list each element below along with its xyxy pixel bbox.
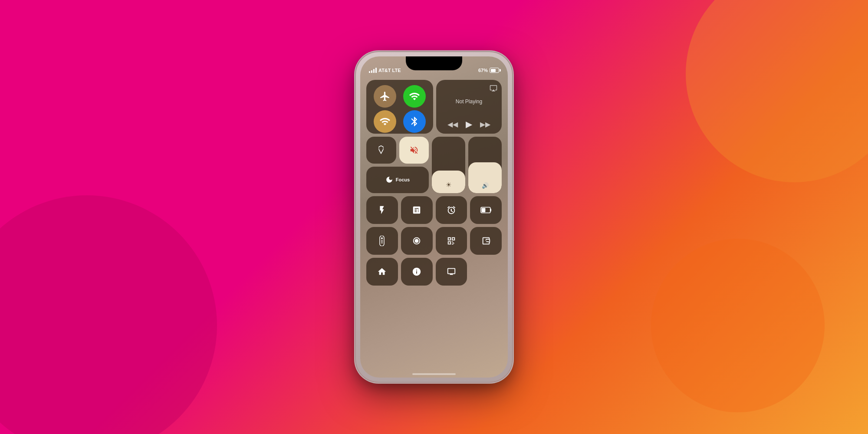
calculator-button[interactable] <box>401 196 433 224</box>
phone-frame: AT&T LTE 67% <box>356 52 512 382</box>
bg-blob-right <box>686 0 868 182</box>
home-icon <box>377 267 387 276</box>
svg-rect-7 <box>381 243 383 243</box>
signal-bar-2 <box>371 70 372 73</box>
battery-icon <box>490 68 499 73</box>
phone-screen: AT&T LTE 67% <box>360 56 508 378</box>
orientation-lock-button[interactable] <box>366 137 396 164</box>
empty-cell <box>470 258 502 286</box>
now-playing-block: Not Playing ◀◀ ▶ ▶▶ <box>436 80 502 134</box>
row-toggles-sliders: Focus ☀ 🔊 <box>366 137 502 193</box>
cellular-data-button[interactable] <box>403 85 426 108</box>
carrier-info: AT&T LTE <box>369 68 401 73</box>
battery-area: 67% <box>478 68 499 73</box>
carrier-text: AT&T LTE <box>378 68 401 73</box>
flashlight-button[interactable] <box>366 196 398 224</box>
next-button[interactable]: ▶▶ <box>480 120 490 128</box>
svg-rect-6 <box>381 241 383 242</box>
home-indicator <box>412 373 456 375</box>
airplane-icon <box>379 91 391 102</box>
notch <box>406 56 462 70</box>
battery-percent: 67% <box>478 68 488 73</box>
flashlight-icon <box>377 205 387 215</box>
signal-bar-1 <box>369 71 370 73</box>
left-stack: Focus <box>366 137 429 193</box>
row-connectivity-nowplaying: Not Playing ◀◀ ▶ ▶▶ <box>366 80 502 134</box>
brightness-icon: ☀ <box>446 181 451 189</box>
row-home-tools <box>366 258 502 286</box>
remote-button[interactable] <box>366 227 398 255</box>
control-center: Not Playing ◀◀ ▶ ▶▶ <box>366 80 502 369</box>
svg-point-4 <box>381 237 383 239</box>
svg-rect-5 <box>381 240 383 241</box>
battery-fill <box>491 69 496 72</box>
mute-button[interactable] <box>399 137 429 164</box>
alarm-button[interactable] <box>436 196 467 224</box>
home-button[interactable] <box>366 258 398 286</box>
row-media-tools <box>366 227 502 255</box>
calculator-icon <box>412 205 421 215</box>
shazam-button[interactable] <box>401 258 433 286</box>
orient-mute-row <box>366 137 429 164</box>
battery-low-icon <box>480 206 492 214</box>
brightness-slider[interactable]: ☀ <box>432 137 465 193</box>
volume-icon: 🔊 <box>482 182 489 189</box>
focus-button[interactable]: Focus <box>366 167 429 194</box>
play-button[interactable]: ▶ <box>466 119 472 129</box>
wallet-button[interactable] <box>470 227 502 255</box>
svg-rect-2 <box>481 208 485 212</box>
screen-record-button[interactable] <box>401 227 433 255</box>
svg-rect-1 <box>490 209 491 212</box>
focus-label: Focus <box>396 177 410 182</box>
sliders-row: ☀ 🔊 <box>432 137 502 193</box>
low-power-button[interactable] <box>470 196 502 224</box>
alarm-icon <box>447 205 456 215</box>
remote-icon <box>378 236 386 246</box>
wifi-icon <box>379 116 391 127</box>
svg-point-9 <box>415 239 419 243</box>
wifi-button[interactable] <box>374 110 396 133</box>
bluetooth-button[interactable] <box>403 110 426 133</box>
airplay-icon[interactable] <box>490 84 497 93</box>
bluetooth-icon <box>409 116 420 127</box>
signal-bar-3 <box>373 69 375 73</box>
previous-button[interactable]: ◀◀ <box>447 120 458 128</box>
svg-rect-3 <box>380 236 384 246</box>
screen-mirror-icon <box>447 267 456 276</box>
airplane-mode-button[interactable] <box>374 85 396 108</box>
row-utilities <box>366 196 502 224</box>
signal-bars <box>369 68 377 73</box>
bg-blob-right2 <box>651 239 825 412</box>
shazam-icon <box>412 267 421 276</box>
connectivity-block <box>366 80 433 134</box>
mute-icon <box>409 145 419 155</box>
qr-scanner-icon <box>447 236 456 246</box>
not-playing-text: Not Playing <box>441 99 496 105</box>
cellular-icon <box>409 91 420 102</box>
wallet-icon <box>481 236 491 246</box>
signal-bar-4 <box>375 68 377 73</box>
bg-blob-left <box>0 195 217 434</box>
screen-record-icon <box>412 236 421 246</box>
volume-slider[interactable]: 🔊 <box>468 137 502 193</box>
media-controls: ◀◀ ▶ ▶▶ <box>441 119 496 129</box>
orientation-lock-icon <box>376 145 386 155</box>
focus-moon-icon <box>385 176 393 184</box>
qr-scanner-button[interactable] <box>436 227 467 255</box>
svg-point-10 <box>487 240 487 241</box>
airplay-svg <box>490 84 497 92</box>
screen-mirror-button[interactable] <box>436 258 467 286</box>
